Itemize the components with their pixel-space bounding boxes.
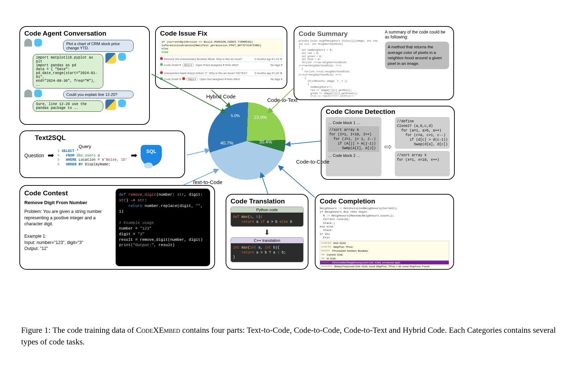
example-input: Input: number="123", digit="3"	[24, 240, 112, 246]
agent-row: Could you explain line 12-20?	[24, 90, 145, 99]
user-bubble: Could you explain line 12-20?	[63, 91, 134, 98]
bot-icon	[34, 39, 42, 47]
code-line: }	[233, 255, 301, 260]
completion-item: procedureAldousBroder(const Grid: IGrid;…	[320, 268, 449, 270]
user-bubble: Plot a chart of CRM stock price change Y…	[63, 40, 134, 52]
severity-dot-icon	[182, 77, 185, 80]
problem-text: Problem: You are given a string number r…	[24, 209, 112, 227]
pie-chart: 40.7% 30.4% 23.9% 5.0%	[201, 95, 293, 187]
tag: No tags ▾	[270, 63, 282, 67]
panel-title: Code Summary	[299, 30, 382, 38]
code-body: def max(a, b): return a if a > b else b	[231, 213, 303, 226]
tag: Open Not assigned ▾ 0min effort	[200, 78, 240, 81]
issue-meta: 3 months ago ▾ L19 ⊕	[255, 57, 283, 61]
tag: Code Smell ▾	[164, 78, 181, 81]
kw: def	[119, 192, 128, 197]
assistant-bubble: import matplotlib.pyplot as plt import p…	[33, 54, 103, 88]
txt: ) ->	[126, 198, 137, 202]
caption-prefix: Figure 1: The code training data of	[21, 326, 136, 335]
tag: Minor ▾	[182, 63, 194, 67]
bot-icon	[118, 53, 126, 61]
example-label: Example 1:	[24, 233, 112, 240]
bot-icon	[34, 90, 42, 97]
agent-row: Plot a chart of CRM stock price change Y…	[24, 39, 145, 53]
box-header: Python code	[231, 207, 303, 213]
completion-item: functionTProcedure: function: Boolean;	[320, 249, 449, 253]
line-num: 4	[57, 154, 62, 158]
pie-label: 30.4%	[259, 139, 272, 145]
panel-code-completion: Code Completion Neighbours := GetUnvisit…	[315, 194, 454, 270]
panel-title: Code Clone Detection	[326, 108, 395, 116]
assistant-bubble: Sure, line 12-20 use the pandas package …	[33, 100, 103, 112]
smell-dot-icon	[160, 77, 163, 80]
code-body: int max(int a, int b){ return a > b ? a …	[231, 243, 303, 262]
example-output: Output: "12"	[24, 246, 112, 252]
line-num: 3	[57, 149, 62, 153]
arrow-right-icon: ➡	[131, 151, 137, 160]
sql-code: 3SELECT * 4 FROM dbo.Users u 5 WHERE Loc…	[57, 149, 127, 167]
category-label-code-to-code: Code-to-Code	[296, 159, 329, 165]
pie-label: 5.0%	[231, 114, 240, 118]
bot-icon	[118, 99, 126, 107]
ty: str	[119, 198, 126, 202]
ty: str	[137, 198, 145, 202]
pie-label: 23.9%	[254, 115, 267, 120]
smell-dot-icon	[160, 63, 163, 66]
fn: remove_digit	[128, 192, 156, 197]
t2s-row: Question ➡ Query 3SELECT * 4 FROM dbo.Us…	[24, 144, 180, 167]
issue-code: if (currentApiVersion >= Build.VERSION_C…	[160, 39, 282, 55]
completion-item: varCurrent: ICell;	[320, 253, 449, 257]
arrow-down-icon: ⬇	[231, 228, 304, 237]
question-label: Question	[24, 153, 44, 158]
comp-code: Neighbours := GetUnvisitedNeighbours(Cur…	[320, 207, 449, 240]
caption-name: CodeXEmbed	[136, 326, 180, 335]
summary-lead: A summary of the code could be as follow…	[385, 30, 449, 39]
contest-code: def remove_digit(number: str, digit: str…	[116, 189, 210, 266]
completion-item: const [in]StepProc: TProc;	[320, 245, 449, 249]
category-label-hybrid: Hybrid Code	[206, 93, 235, 99]
completion-popup: const [in]Grid: IGrid;const [in]StepProc…	[320, 241, 449, 270]
panel-code-contest: Code Contest Remove Digit From Number Pr…	[19, 185, 215, 270]
tag: No tags ▾	[270, 78, 282, 81]
issue-text: Unexpected blank line(s) before "}". Why…	[164, 72, 247, 75]
pie-graphic	[208, 102, 286, 180]
category-label-text-to-code: Text-to-Code	[192, 179, 222, 185]
severity-dot-icon	[160, 57, 163, 60]
clone-block-left: … Code block 1 … //sort array A for (I=1…	[326, 117, 381, 176]
clone-block-right: //define Clone27 (a,b,c,d) for (a=1, a>b…	[395, 117, 450, 149]
arrow-right-icon: ➡	[48, 151, 54, 160]
issue-tags-row: Code Smell ▾ Minor ▾ Open ▾ Not assigned…	[160, 62, 282, 68]
completion-item: procedureBinaryTree(const Grid: IGrid; c…	[320, 264, 449, 268]
comment: # Example usage	[119, 220, 207, 226]
str: "Output:"	[133, 243, 154, 247]
contest-problem: Code Contest Remove Digit From Number Pr…	[24, 189, 112, 266]
issue-tags-row: Code Smell ▾ Major ▾ Open Not assigned ▾…	[160, 76, 282, 82]
panel-title: Code Translation	[231, 197, 304, 205]
completion-item: varN: ICell;	[320, 257, 449, 261]
summary-code: Code Summary private Color avgOfNeighbor…	[299, 30, 382, 97]
txt: , result)	[154, 243, 175, 247]
code-block: //sort array X for (x=1, x<10, x++)	[397, 153, 448, 162]
issue-meta: 3 months ago ▾ L20 ⊕	[255, 72, 283, 75]
code-line: isPermissionGranted(Manifest.permission.…	[161, 44, 281, 47]
panel-code-clone-detection: Code Clone Detection … Code block 1 … //…	[321, 106, 455, 180]
panel-code-translation: Code Translation Python code def max(a, …	[226, 194, 308, 270]
issue-text: Remove the unnecessary Boolean literal. …	[164, 57, 243, 61]
panel-text2sql: Text2SQL Question ➡ Query 3SELECT * 4 FR…	[19, 130, 185, 178]
completion-item: const [in]Grid: IGrid;	[320, 241, 449, 245]
user-icon	[24, 39, 32, 47]
cpp-box: C++ translation int max(int a, int b){ r…	[231, 237, 304, 262]
issue-row: Unexpected blank line(s) before "}". Why…	[160, 70, 282, 76]
panel-code-issue-fix: Code Issue Fix if (currentApiVersion >= …	[155, 26, 287, 89]
tag: Open ▾ Not assigned ▾ 5min effort	[196, 63, 238, 67]
category-label-code-to-text: Code-to-Text	[267, 97, 298, 103]
summary-side: A summary of the code could be as follow…	[385, 30, 449, 97]
user-icon	[24, 90, 32, 97]
summary-box: A method that returns the average color …	[385, 42, 449, 69]
panel-code-agent-conversation: Code Agent Conversation Plot a chart of …	[19, 26, 150, 125]
txt: :	[145, 198, 147, 202]
code-block: private Color avgOfNeighbors (Color[][]i…	[299, 39, 382, 97]
issue-row: Remove the unnecessary Boolean literal. …	[160, 56, 282, 62]
ty: str	[177, 192, 184, 197]
block-label: … Code block 1 …	[328, 120, 379, 125]
